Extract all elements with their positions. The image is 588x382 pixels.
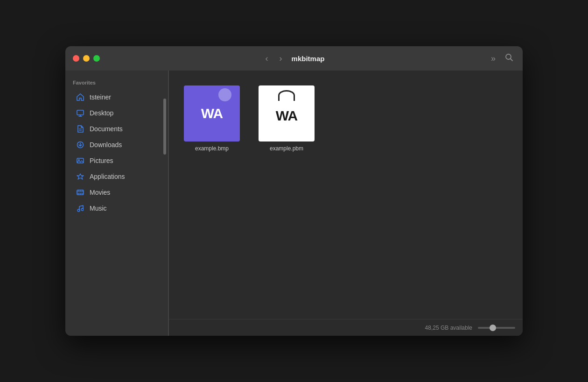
more-button[interactable]: » — [489, 52, 497, 65]
search-icon — [505, 53, 513, 62]
titlebar-center: ‹ › mkbitmap — [264, 52, 325, 64]
file-item-bmp[interactable]: WA example.bmp — [180, 82, 244, 156]
desktop-icon — [76, 108, 85, 118]
file-item-pbm[interactable]: WA example.pbm — [255, 82, 318, 156]
window-title: mkbitmap — [292, 55, 325, 63]
sidebar-label-applications: Applications — [90, 173, 125, 180]
maximize-button[interactable] — [93, 55, 100, 62]
status-bar: 48,25 GB available — [169, 319, 523, 336]
minimize-button[interactable] — [83, 55, 90, 62]
sidebar-label-documents: Documents — [90, 125, 123, 133]
bmp-preview-text: WA — [201, 106, 223, 121]
home-icon — [76, 92, 85, 102]
sidebar-item-applications[interactable]: Applications — [68, 169, 165, 184]
pbm-preview: WA — [259, 85, 315, 141]
main-content: Favorites tsteiner — [65, 71, 523, 336]
downloads-icon — [76, 140, 85, 149]
file-thumbnail-bmp: WA — [184, 85, 240, 141]
file-name-bmp: example.bmp — [195, 145, 229, 152]
sidebar-label-pictures: Pictures — [90, 157, 113, 164]
forward-button[interactable]: › — [278, 52, 284, 64]
file-thumbnail-pbm: WA — [259, 85, 315, 141]
sidebar-scrollbar[interactable] — [163, 99, 166, 155]
sidebar-section-favorites: Favorites — [65, 78, 168, 89]
back-button[interactable]: ‹ — [264, 52, 270, 64]
sidebar-label-movies: Movies — [90, 189, 110, 196]
sidebar-label-music: Music — [90, 205, 107, 212]
sidebar-item-tsteiner[interactable]: tsteiner — [68, 89, 165, 105]
sidebar-label-desktop: Desktop — [90, 109, 113, 117]
zoom-slider[interactable] — [478, 327, 515, 329]
file-area: WA example.bmp WA example.pbm — [169, 71, 523, 336]
sidebar: Favorites tsteiner — [65, 71, 168, 336]
sidebar-item-documents[interactable]: Documents — [68, 121, 165, 137]
titlebar-right: » — [489, 51, 515, 66]
sidebar-item-downloads[interactable]: Downloads — [68, 137, 165, 153]
close-button[interactable] — [73, 55, 79, 62]
documents-icon — [76, 124, 85, 134]
sidebar-label-tsteiner: tsteiner — [90, 93, 111, 101]
sidebar-item-pictures[interactable]: Pictures — [68, 153, 165, 169]
titlebar: ‹ › mkbitmap » — [65, 46, 523, 71]
sidebar-item-movies[interactable]: Movies — [68, 184, 165, 200]
applications-icon — [76, 172, 85, 181]
pbm-preview-text: WA — [276, 108, 297, 124]
svg-rect-2 — [77, 110, 84, 115]
search-button[interactable] — [503, 51, 515, 66]
sidebar-item-desktop[interactable]: Desktop — [68, 105, 165, 121]
slider-track — [478, 327, 515, 329]
slider-thumb — [490, 325, 496, 331]
file-name-pbm: example.pbm — [270, 145, 303, 152]
finder-window: ‹ › mkbitmap » Favorites — [65, 46, 523, 336]
pictures-icon — [76, 156, 85, 165]
traffic-lights — [73, 55, 100, 62]
svg-line-1 — [511, 58, 513, 61]
bmp-preview: WA — [184, 85, 240, 141]
file-grid: WA example.bmp WA example.pbm — [169, 71, 523, 319]
music-icon — [76, 204, 85, 213]
available-space: 48,25 GB available — [425, 325, 472, 331]
sidebar-label-downloads: Downloads — [90, 141, 122, 149]
sidebar-item-music[interactable]: Music — [68, 200, 165, 216]
movies-icon — [76, 188, 85, 197]
